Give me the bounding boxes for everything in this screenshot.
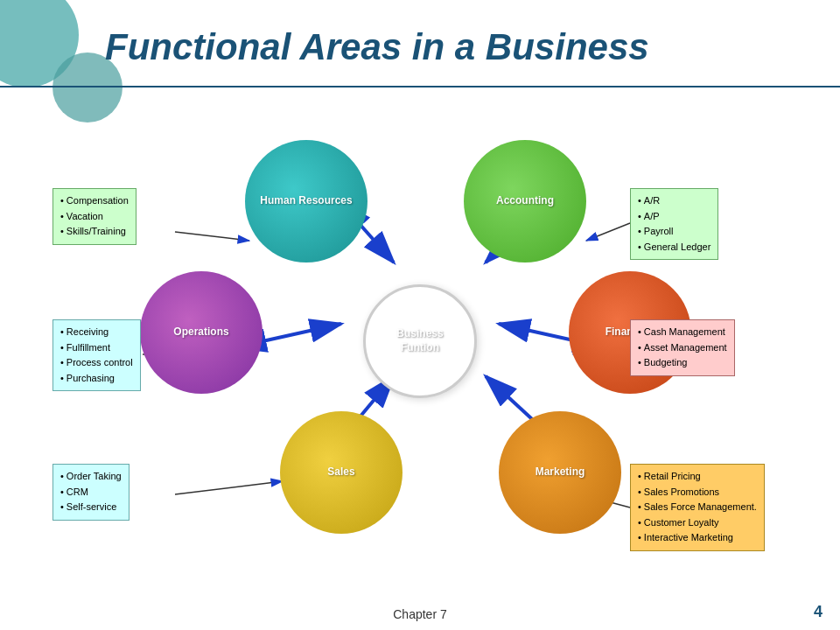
acc-item-4: General Ledger xyxy=(638,240,710,256)
mkt-item-3: Sales Force Management. xyxy=(638,500,757,515)
svg-line-2 xyxy=(359,223,394,262)
circle-accounting: Accounting xyxy=(464,140,586,262)
svg-line-13 xyxy=(175,481,283,494)
chapter-label: Chapter 7 xyxy=(393,607,446,621)
circle-hr-label: Human Resources xyxy=(260,194,352,208)
hr-item-2: Vacation xyxy=(60,209,129,225)
svg-line-4 xyxy=(499,324,578,341)
circle-marketing: Marketing xyxy=(499,411,621,534)
acc-item-3: Payroll xyxy=(638,224,710,240)
circle-operations: Operations xyxy=(140,271,262,394)
circle-sales: Sales xyxy=(280,411,402,534)
svg-line-7 xyxy=(262,324,341,341)
diagram: Business Funtion Human Resources Account… xyxy=(0,88,840,595)
circle-operations-label: Operations xyxy=(173,326,228,340)
slide: Functional Areas in a Business xyxy=(0,0,840,630)
fin-item-3: Budgeting xyxy=(638,355,727,371)
page-number: 4 xyxy=(814,603,822,621)
ops-item-3: Process control xyxy=(60,355,133,371)
center-circle: Business Funtion xyxy=(363,284,477,398)
info-box-accounting: A/R A/P Payroll General Ledger xyxy=(630,188,718,260)
ops-item-4: Purchasing xyxy=(60,371,133,387)
center-circle-label: Business Funtion xyxy=(396,327,443,354)
info-box-sales: Order Taking CRM Self-service xyxy=(52,464,130,521)
ops-item-2: Fulfillment xyxy=(60,340,133,356)
circle-marketing-label: Marketing xyxy=(536,466,585,480)
svg-line-9 xyxy=(586,223,630,241)
fin-item-2: Asset Management xyxy=(638,340,727,356)
info-box-operations: Receiving Fulfillment Process control Pu… xyxy=(52,319,141,391)
sales-item-1: Order Taking xyxy=(60,469,122,485)
mkt-item-1: Retail Pricing xyxy=(638,469,757,485)
ops-item-1: Receiving xyxy=(60,325,133,340)
hr-item-1: Compensation xyxy=(60,193,129,209)
fin-item-1: Cash Management xyxy=(638,325,727,340)
info-box-financing: Cash Management Asset Management Budgeti… xyxy=(630,319,735,376)
hr-item-3: Skills/Training xyxy=(60,224,129,240)
info-box-marketing: Retail Pricing Sales Promotions Sales Fo… xyxy=(630,464,765,551)
footer: Chapter 7 xyxy=(0,607,840,621)
circle-hr: Human Resources xyxy=(245,140,368,262)
circle-sales-label: Sales xyxy=(327,466,354,480)
acc-item-2: A/P xyxy=(638,209,710,225)
page-title: Functional Areas in a Business xyxy=(105,26,649,68)
acc-item-1: A/R xyxy=(638,193,710,209)
info-box-hr: Compensation Vacation Skills/Training xyxy=(52,188,136,245)
circle-accounting-label: Accounting xyxy=(496,194,554,208)
mkt-item-4: Customer Loyalty xyxy=(638,515,757,531)
mkt-item-5: Interactive Marketing xyxy=(638,530,757,546)
mkt-item-2: Sales Promotions xyxy=(638,485,757,500)
sales-item-3: Self-service xyxy=(60,500,122,515)
sales-item-2: CRM xyxy=(60,485,122,500)
svg-line-8 xyxy=(175,232,249,241)
